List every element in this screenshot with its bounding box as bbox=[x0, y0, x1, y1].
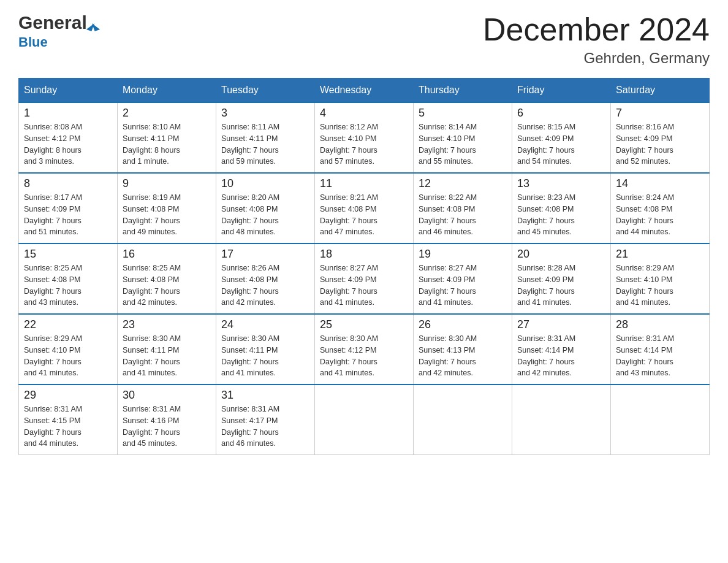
logo-text: General bbox=[18, 12, 99, 33]
day-number: 7 bbox=[616, 107, 704, 120]
day-number: 29 bbox=[24, 389, 112, 402]
day-info: Sunrise: 8:29 AM Sunset: 4:10 PM Dayligh… bbox=[616, 262, 704, 308]
day-info: Sunrise: 8:19 AM Sunset: 4:08 PM Dayligh… bbox=[123, 192, 211, 238]
day-number: 19 bbox=[419, 248, 507, 261]
day-info: Sunrise: 8:27 AM Sunset: 4:09 PM Dayligh… bbox=[419, 262, 507, 308]
day-info: Sunrise: 8:29 AM Sunset: 4:10 PM Dayligh… bbox=[24, 333, 112, 379]
col-thursday: Thursday bbox=[414, 79, 512, 103]
week-row-1: 1 Sunrise: 8:08 AM Sunset: 4:12 PM Dayli… bbox=[19, 102, 710, 173]
day-info: Sunrise: 8:27 AM Sunset: 4:09 PM Dayligh… bbox=[320, 262, 408, 308]
calendar-cell: 13 Sunrise: 8:23 AM Sunset: 4:08 PM Dayl… bbox=[512, 173, 611, 243]
calendar-cell: 3 Sunrise: 8:11 AM Sunset: 4:11 PM Dayli… bbox=[216, 102, 315, 173]
header: General Blue December 2024 Gehrden, Germ… bbox=[18, 12, 710, 67]
day-info: Sunrise: 8:31 AM Sunset: 4:17 PM Dayligh… bbox=[221, 404, 309, 450]
location-title: Gehrden, Germany bbox=[483, 50, 710, 67]
day-info: Sunrise: 8:22 AM Sunset: 4:08 PM Dayligh… bbox=[419, 192, 507, 238]
day-info: Sunrise: 8:30 AM Sunset: 4:11 PM Dayligh… bbox=[123, 333, 211, 379]
day-info: Sunrise: 8:26 AM Sunset: 4:08 PM Dayligh… bbox=[221, 262, 309, 308]
day-info: Sunrise: 8:24 AM Sunset: 4:08 PM Dayligh… bbox=[616, 192, 704, 238]
calendar-cell: 18 Sunrise: 8:27 AM Sunset: 4:09 PM Dayl… bbox=[315, 243, 414, 314]
col-monday: Monday bbox=[118, 79, 216, 103]
calendar-cell: 12 Sunrise: 8:22 AM Sunset: 4:08 PM Dayl… bbox=[414, 173, 512, 243]
col-wednesday: Wednesday bbox=[315, 79, 414, 103]
day-info: Sunrise: 8:11 AM Sunset: 4:11 PM Dayligh… bbox=[221, 121, 309, 167]
calendar-cell: 24 Sunrise: 8:30 AM Sunset: 4:11 PM Dayl… bbox=[216, 314, 315, 385]
day-info: Sunrise: 8:25 AM Sunset: 4:08 PM Dayligh… bbox=[123, 262, 211, 308]
day-info: Sunrise: 8:20 AM Sunset: 4:08 PM Dayligh… bbox=[221, 192, 309, 238]
calendar-cell: 29 Sunrise: 8:31 AM Sunset: 4:15 PM Dayl… bbox=[19, 385, 118, 455]
logo: General Blue bbox=[18, 12, 99, 50]
calendar-cell bbox=[315, 385, 414, 455]
day-number: 31 bbox=[221, 389, 309, 402]
day-number: 18 bbox=[320, 248, 408, 261]
week-row-3: 15 Sunrise: 8:25 AM Sunset: 4:08 PM Dayl… bbox=[19, 243, 710, 314]
day-info: Sunrise: 8:30 AM Sunset: 4:11 PM Dayligh… bbox=[221, 333, 309, 379]
calendar-cell: 27 Sunrise: 8:31 AM Sunset: 4:14 PM Dayl… bbox=[512, 314, 611, 385]
day-info: Sunrise: 8:28 AM Sunset: 4:09 PM Dayligh… bbox=[517, 262, 605, 308]
title-area: December 2024 Gehrden, Germany bbox=[483, 12, 710, 67]
col-saturday: Saturday bbox=[611, 79, 710, 103]
day-number: 24 bbox=[221, 318, 309, 331]
day-info: Sunrise: 8:30 AM Sunset: 4:13 PM Dayligh… bbox=[419, 333, 507, 379]
day-number: 12 bbox=[419, 177, 507, 190]
day-number: 8 bbox=[24, 177, 112, 190]
week-row-4: 22 Sunrise: 8:29 AM Sunset: 4:10 PM Dayl… bbox=[19, 314, 710, 385]
calendar-cell: 26 Sunrise: 8:30 AM Sunset: 4:13 PM Dayl… bbox=[414, 314, 512, 385]
day-number: 15 bbox=[24, 248, 112, 261]
calendar-cell: 31 Sunrise: 8:31 AM Sunset: 4:17 PM Dayl… bbox=[216, 385, 315, 455]
day-number: 23 bbox=[123, 318, 211, 331]
calendar-cell: 21 Sunrise: 8:29 AM Sunset: 4:10 PM Dayl… bbox=[611, 243, 710, 314]
calendar-cell: 22 Sunrise: 8:29 AM Sunset: 4:10 PM Dayl… bbox=[19, 314, 118, 385]
day-info: Sunrise: 8:17 AM Sunset: 4:09 PM Dayligh… bbox=[24, 192, 112, 238]
calendar-cell: 30 Sunrise: 8:31 AM Sunset: 4:16 PM Dayl… bbox=[118, 385, 216, 455]
month-title: December 2024 bbox=[483, 12, 710, 47]
day-info: Sunrise: 8:08 AM Sunset: 4:12 PM Dayligh… bbox=[24, 121, 112, 167]
calendar-cell: 16 Sunrise: 8:25 AM Sunset: 4:08 PM Dayl… bbox=[118, 243, 216, 314]
calendar-cell: 28 Sunrise: 8:31 AM Sunset: 4:14 PM Dayl… bbox=[611, 314, 710, 385]
calendar-cell: 4 Sunrise: 8:12 AM Sunset: 4:10 PM Dayli… bbox=[315, 102, 414, 173]
calendar-table: Sunday Monday Tuesday Wednesday Thursday… bbox=[18, 78, 710, 455]
day-number: 27 bbox=[517, 318, 605, 331]
day-info: Sunrise: 8:31 AM Sunset: 4:14 PM Dayligh… bbox=[616, 333, 704, 379]
day-number: 21 bbox=[616, 248, 704, 261]
day-number: 13 bbox=[517, 177, 605, 190]
calendar-cell: 11 Sunrise: 8:21 AM Sunset: 4:08 PM Dayl… bbox=[315, 173, 414, 243]
logo-blue-text: Blue bbox=[18, 34, 48, 50]
calendar-cell: 6 Sunrise: 8:15 AM Sunset: 4:09 PM Dayli… bbox=[512, 102, 611, 173]
day-number: 30 bbox=[123, 389, 211, 402]
calendar-cell: 2 Sunrise: 8:10 AM Sunset: 4:11 PM Dayli… bbox=[118, 102, 216, 173]
day-info: Sunrise: 8:12 AM Sunset: 4:10 PM Dayligh… bbox=[320, 121, 408, 167]
day-info: Sunrise: 8:21 AM Sunset: 4:08 PM Dayligh… bbox=[320, 192, 408, 238]
calendar-cell: 9 Sunrise: 8:19 AM Sunset: 4:08 PM Dayli… bbox=[118, 173, 216, 243]
day-number: 22 bbox=[24, 318, 112, 331]
calendar-cell: 7 Sunrise: 8:16 AM Sunset: 4:09 PM Dayli… bbox=[611, 102, 710, 173]
day-number: 9 bbox=[123, 177, 211, 190]
day-info: Sunrise: 8:31 AM Sunset: 4:16 PM Dayligh… bbox=[123, 404, 211, 450]
col-sunday: Sunday bbox=[19, 79, 118, 103]
calendar-cell: 1 Sunrise: 8:08 AM Sunset: 4:12 PM Dayli… bbox=[19, 102, 118, 173]
day-number: 5 bbox=[419, 107, 507, 120]
week-row-5: 29 Sunrise: 8:31 AM Sunset: 4:15 PM Dayl… bbox=[19, 385, 710, 455]
day-info: Sunrise: 8:30 AM Sunset: 4:12 PM Dayligh… bbox=[320, 333, 408, 379]
calendar-cell: 20 Sunrise: 8:28 AM Sunset: 4:09 PM Dayl… bbox=[512, 243, 611, 314]
day-number: 11 bbox=[320, 177, 408, 190]
day-info: Sunrise: 8:15 AM Sunset: 4:09 PM Dayligh… bbox=[517, 121, 605, 167]
day-info: Sunrise: 8:10 AM Sunset: 4:11 PM Dayligh… bbox=[123, 121, 211, 167]
day-number: 25 bbox=[320, 318, 408, 331]
day-number: 28 bbox=[616, 318, 704, 331]
day-number: 26 bbox=[419, 318, 507, 331]
calendar-cell: 25 Sunrise: 8:30 AM Sunset: 4:12 PM Dayl… bbox=[315, 314, 414, 385]
calendar-cell bbox=[414, 385, 512, 455]
day-info: Sunrise: 8:31 AM Sunset: 4:15 PM Dayligh… bbox=[24, 404, 112, 450]
day-info: Sunrise: 8:23 AM Sunset: 4:08 PM Dayligh… bbox=[517, 192, 605, 238]
day-number: 3 bbox=[221, 107, 309, 120]
calendar-cell: 17 Sunrise: 8:26 AM Sunset: 4:08 PM Dayl… bbox=[216, 243, 315, 314]
calendar-cell: 10 Sunrise: 8:20 AM Sunset: 4:08 PM Dayl… bbox=[216, 173, 315, 243]
day-number: 6 bbox=[517, 107, 605, 120]
calendar-cell: 19 Sunrise: 8:27 AM Sunset: 4:09 PM Dayl… bbox=[414, 243, 512, 314]
day-info: Sunrise: 8:25 AM Sunset: 4:08 PM Dayligh… bbox=[24, 262, 112, 308]
calendar-cell bbox=[512, 385, 611, 455]
day-info: Sunrise: 8:31 AM Sunset: 4:14 PM Dayligh… bbox=[517, 333, 605, 379]
calendar-cell: 14 Sunrise: 8:24 AM Sunset: 4:08 PM Dayl… bbox=[611, 173, 710, 243]
day-number: 14 bbox=[616, 177, 704, 190]
